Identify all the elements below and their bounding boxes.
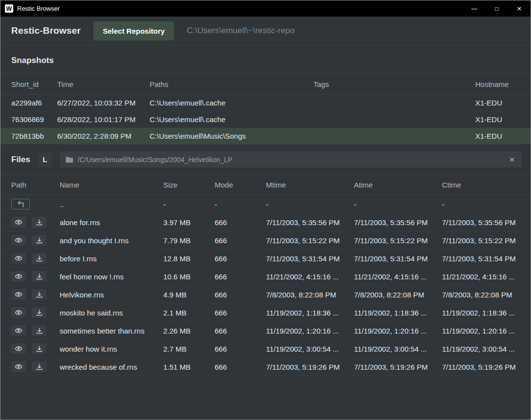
file-size: 3.97 MB [163, 218, 215, 227]
clear-path-button[interactable]: ✕ [508, 156, 516, 164]
file-mtime: 7/11/2003, 5:35:56 PM [266, 218, 354, 227]
snapshots-heading: Snapshots [0, 45, 531, 74]
file-name: moskito he said.rns [60, 309, 163, 317]
download-file-button[interactable] [32, 235, 46, 246]
file-atime: 7/11/2003, 5:35:56 PM [354, 218, 442, 227]
download-file-button[interactable] [32, 325, 46, 336]
file-actions [11, 217, 60, 228]
download-icon [36, 273, 43, 280]
preview-file-button[interactable] [11, 217, 26, 228]
file-row: wonder how it.rns 2.7 MB 666 11/19/2002,… [0, 340, 531, 358]
col-tags: Tags [313, 80, 475, 88]
close-button[interactable]: ✕ [508, 0, 531, 17]
file-name: feel home now !.rns [60, 273, 163, 281]
file-mode: 666 [215, 345, 266, 353]
eye-icon [15, 254, 22, 262]
file-row: and you thought I.rns 7.79 MB 666 7/11/2… [0, 231, 531, 250]
app-header: Restic-Browser Select Repository C:\User… [0, 17, 531, 45]
file-name: and you thought I.rns [60, 236, 163, 245]
snapshot-time: 6/30/2022, 2:28:09 PM [57, 132, 150, 140]
file-actions [11, 271, 60, 282]
download-file-button[interactable] [32, 271, 46, 282]
current-path: /C/Users/emuell/Music/Songs/2004_Helveti… [78, 156, 504, 164]
eye-icon [15, 218, 22, 226]
file-size: 2.7 MB [163, 345, 215, 353]
file-row: alone for.rns 3.97 MB 666 7/11/2003, 5:3… [0, 213, 531, 231]
file-mode: 666 [215, 273, 266, 281]
file-atime: 11/19/2002, 1:20:16 ... [354, 327, 442, 335]
download-file-button[interactable] [32, 253, 46, 264]
eye-icon [15, 363, 22, 371]
file-row: before I.rns 12.8 MB 666 7/11/2003, 5:31… [0, 250, 531, 268]
parent-dir-mtime: - [266, 200, 354, 209]
app-logo-icon: W [5, 4, 13, 13]
eye-icon [15, 327, 22, 335]
parent-dir-actions [11, 199, 60, 210]
snapshot-paths: C:\Users\emuell\.cache [150, 115, 313, 124]
file-size: 2.26 MB [163, 327, 215, 335]
files-heading: Files [11, 155, 30, 165]
path-box[interactable]: /C/Users/emuell/Music/Songs/2004_Helveti… [60, 151, 522, 168]
file-size: 4.9 MB [163, 291, 215, 299]
file-actions [11, 235, 60, 246]
repository-path: C:\Users\emuell\~\restic-repo [187, 26, 295, 36]
preview-file-button[interactable] [11, 325, 26, 336]
preview-file-button[interactable] [11, 289, 26, 300]
preview-file-button[interactable] [11, 361, 26, 372]
col-paths: Paths [150, 80, 313, 88]
download-file-button[interactable] [32, 307, 46, 318]
file-size: 1.51 MB [163, 363, 215, 371]
col-short-id: Short_id [11, 80, 57, 88]
select-repository-button[interactable]: Select Repository [93, 21, 174, 41]
file-row: moskito he said.rns 2.1 MB 666 11/19/200… [0, 304, 531, 322]
preview-file-button[interactable] [11, 271, 26, 282]
snapshot-time: 6/28/2022, 10:01:17 PM [57, 115, 150, 124]
root-button[interactable]: L [38, 152, 52, 167]
preview-file-button[interactable] [11, 235, 26, 246]
download-file-button[interactable] [32, 361, 46, 372]
snapshot-row[interactable]: 76306869 6/28/2022, 10:01:17 PM C:\Users… [0, 111, 531, 128]
file-atime: 7/11/2003, 5:19:26 PM [354, 363, 442, 371]
files-bar: Files L /C/Users/emuell/Music/Songs/2004… [0, 145, 531, 174]
preview-file-button[interactable] [11, 343, 26, 354]
snapshot-row[interactable]: a2299af6 6/27/2022, 10:03:32 PM C:\Users… [0, 95, 531, 111]
file-row: wrecked because of.rns 1.51 MB 666 7/11/… [0, 358, 531, 376]
file-name: wrecked because of.rns [60, 363, 163, 371]
snapshots-table-header: Short_id Time Paths Tags Hostname [0, 74, 531, 95]
app-window: W Restic Browser — □ ✕ Restic-Browser Se… [0, 0, 531, 420]
file-mode: 666 [215, 218, 266, 227]
snapshot-short-id: 76306869 [11, 115, 57, 124]
file-row: feel home now !.rns 10.6 MB 666 11/21/20… [0, 268, 531, 286]
col-mode: Mode [215, 181, 266, 189]
download-icon [36, 309, 43, 316]
snapshots-body: a2299af6 6/27/2022, 10:03:32 PM C:\Users… [0, 95, 531, 145]
eye-icon [15, 273, 22, 280]
file-actions [11, 307, 60, 318]
file-ctime: 11/21/2002, 4:15:16 ... [442, 273, 520, 281]
up-directory-button[interactable] [11, 199, 30, 210]
file-atime: 7/11/2003, 5:15:22 PM [354, 236, 442, 245]
file-mtime: 7/8/2003, 8:22:08 PM [266, 291, 354, 299]
snapshot-hostname: X1-EDU [475, 132, 520, 140]
minimize-button[interactable]: — [463, 0, 486, 17]
file-name: wonder how it.rns [60, 345, 163, 353]
file-mode: 666 [215, 363, 266, 371]
download-file-button[interactable] [32, 217, 46, 228]
preview-file-button[interactable] [11, 307, 26, 318]
download-file-button[interactable] [32, 343, 46, 354]
file-mode: 666 [215, 236, 266, 245]
file-ctime: 7/11/2003, 5:15:22 PM [442, 236, 520, 245]
file-actions [11, 361, 60, 372]
maximize-button[interactable]: □ [486, 0, 508, 17]
download-icon [36, 237, 43, 244]
file-atime: 11/19/2002, 3:00:54 ... [354, 345, 442, 353]
file-atime: 7/8/2003, 8:22:08 PM [354, 291, 442, 299]
parent-dir-ctime: - [442, 200, 520, 209]
download-file-button[interactable] [32, 289, 46, 300]
preview-file-button[interactable] [11, 253, 26, 264]
window-controls: — □ ✕ [463, 0, 531, 17]
snapshot-paths: C:\Users\emuell\Music\Songs [150, 132, 313, 140]
snapshot-paths: C:\Users\emuell\.cache [150, 99, 313, 107]
file-actions [11, 343, 60, 354]
snapshot-row[interactable]: 72b813bb 6/30/2022, 2:28:09 PM C:\Users\… [0, 128, 531, 145]
